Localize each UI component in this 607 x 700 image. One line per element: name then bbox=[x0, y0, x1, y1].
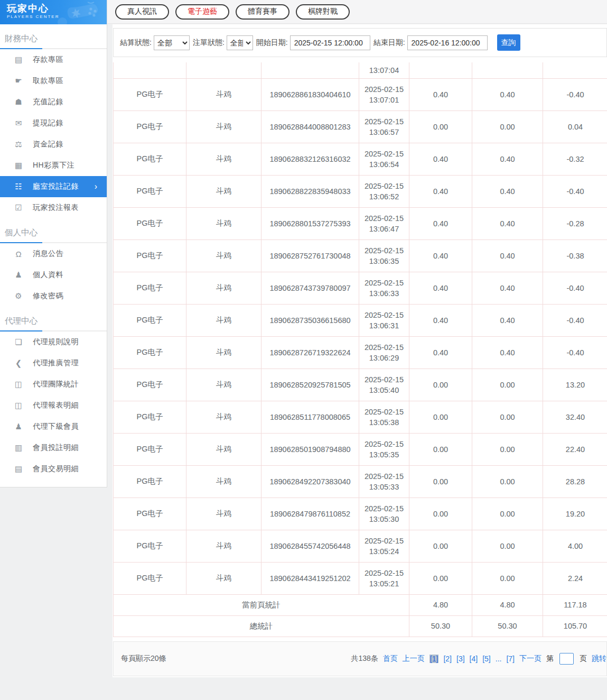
order-status-label: 注單狀態: bbox=[193, 38, 225, 48]
sidebar-item-label: 玩家投注報表 bbox=[33, 203, 79, 213]
cell-profit: -0.28 bbox=[543, 207, 607, 240]
page-link-3[interactable]: [3] bbox=[456, 655, 465, 663]
cell-bet-amount: 0.40 bbox=[409, 78, 472, 110]
page-link-5[interactable]: [5] bbox=[482, 655, 491, 663]
share-icon: ❮ bbox=[13, 358, 24, 368]
sidebar-item-withdrawal-record[interactable]: ✉提現記錄 bbox=[0, 113, 107, 134]
next-page-link[interactable]: 下一页 bbox=[519, 654, 541, 664]
prev-page-link[interactable]: 上一页 bbox=[403, 654, 425, 664]
sidebar-item-announcements[interactable]: Ω消息公告 bbox=[0, 243, 107, 264]
sidebar-item-member-transaction-detail[interactable]: ▤會員交易明細 bbox=[0, 458, 107, 480]
sidebar-item-label: 資金記錄 bbox=[33, 140, 63, 149]
cell-profit: 4.00 bbox=[543, 530, 607, 562]
cell-datetime: 2025-02-1513:06:47 bbox=[359, 207, 409, 240]
cell-date: 2025-02-15 bbox=[361, 471, 407, 482]
sidebar-item-recharge-record[interactable]: ☗充值記錄 bbox=[0, 91, 107, 113]
settle-status-select[interactable]: 全部 bbox=[154, 35, 190, 50]
cell-datetime: 2025-02-1513:06:35 bbox=[359, 240, 409, 272]
cell-game: 斗鸡 bbox=[186, 433, 262, 465]
cell-game: 斗鸡 bbox=[186, 143, 262, 175]
cell-platform: PG电子 bbox=[114, 143, 186, 175]
cell-time: 13:05:30 bbox=[361, 514, 407, 524]
cell-order-id: 1890628752761730048 bbox=[262, 240, 359, 272]
sidebar-item-deposit-area[interactable]: ▤存款專區 bbox=[0, 49, 107, 70]
sidebar-item-player-bet-report[interactable]: ☑玩家投注報表 bbox=[0, 197, 107, 218]
sidebar-item-agent-promotion[interactable]: ❮代理推廣管理 bbox=[0, 353, 107, 374]
jump-action-link[interactable]: 跳转 bbox=[592, 654, 606, 664]
sidebar-item-agent-rules[interactable]: ❏代理規則說明 bbox=[0, 331, 107, 353]
tab-live-video[interactable]: 真人視訊 bbox=[115, 4, 169, 20]
sidebar-item-agent-report-detail[interactable]: ◫代理報表明細 bbox=[0, 395, 107, 416]
bell-icon: Ω bbox=[13, 250, 24, 259]
cell-time: 13:05:40 bbox=[361, 385, 407, 395]
total-count-text: 共138条 bbox=[351, 654, 378, 664]
cell-date: 2025-02-15 bbox=[361, 278, 407, 288]
cell-platform: PG电子 bbox=[114, 336, 186, 369]
end-date-input[interactable] bbox=[407, 35, 488, 50]
sidebar-item-agent-team-stats[interactable]: ◫代理團隊統計 bbox=[0, 374, 107, 395]
start-date-input[interactable] bbox=[290, 35, 370, 50]
tab-electronic-games[interactable]: 電子遊藝 bbox=[175, 4, 229, 20]
sidebar-item-withdraw-area[interactable]: ☛取款專區 bbox=[0, 70, 107, 91]
jump-page-input[interactable] bbox=[559, 653, 574, 665]
settle-status-label: 結算狀態: bbox=[120, 38, 152, 48]
sidebar-item-agent-sub-members[interactable]: ♟代理下級會員 bbox=[0, 416, 107, 437]
cell-game: 斗鸡 bbox=[186, 401, 262, 433]
document-icon: ❏ bbox=[13, 337, 24, 347]
cell-time: 13:05:21 bbox=[361, 578, 407, 589]
sidebar-item-label: 代理推廣管理 bbox=[33, 358, 79, 368]
cell-platform: PG电子 bbox=[114, 207, 186, 240]
cell-platform: PG电子 bbox=[114, 78, 186, 110]
page-link-4[interactable]: [4] bbox=[470, 655, 478, 663]
cell-datetime: 2025-02-1513:07:01 bbox=[359, 78, 409, 110]
cell-game: 斗鸡 bbox=[186, 110, 262, 143]
bet-detail-list-icon: ▥ bbox=[13, 443, 24, 453]
cell-valid-bet: 0.00 bbox=[472, 530, 543, 562]
first-page-link[interactable]: 首页 bbox=[383, 654, 398, 664]
tab-sports-events[interactable]: 體育賽事 bbox=[236, 4, 290, 20]
sidebar-item-label: 存款專區 bbox=[33, 55, 63, 65]
cell-order-id: 1890628443419251202 bbox=[262, 562, 359, 594]
bet-records-table: 13:07:04PG电子斗鸡18906288618304046102025-02… bbox=[113, 62, 607, 637]
room-bet-list-icon: ☷ bbox=[13, 182, 24, 191]
cell-order-id: 1890628735036615680 bbox=[262, 304, 359, 336]
cell-profit: 13.20 bbox=[543, 369, 607, 401]
order-status-select[interactable]: 全部 bbox=[227, 35, 253, 50]
report-chart-icon: ☑ bbox=[13, 203, 24, 213]
cell-date: 2025-02-15 bbox=[361, 342, 407, 353]
cell-datetime: 2025-02-1513:06:31 bbox=[359, 304, 409, 336]
page-link-2[interactable]: [2] bbox=[443, 655, 452, 663]
sidebar-item-funds-record[interactable]: ⚖資金記錄 bbox=[0, 134, 107, 155]
gear-icon: ⚙ bbox=[13, 291, 24, 301]
cell-valid-bet: 0.40 bbox=[472, 336, 543, 369]
sidebar-item-member-bet-detail[interactable]: ▥會員投註明細 bbox=[0, 437, 107, 458]
start-date-label: 開始日期: bbox=[256, 38, 288, 48]
table-row: PG电子斗鸡18906285019087948802025-02-1513:05… bbox=[114, 433, 607, 465]
money-bag-icon: ☗ bbox=[13, 97, 24, 107]
tab-board-card-battle[interactable]: 棋牌對戰 bbox=[296, 4, 350, 20]
members-icon: ♟ bbox=[13, 422, 24, 431]
page-link-7[interactable]: [7] bbox=[506, 655, 515, 663]
wallet-icon: ✉ bbox=[13, 118, 24, 128]
cell-bet-amount: 0.00 bbox=[409, 465, 472, 498]
sidebar-item-label: 取款專區 bbox=[33, 76, 63, 86]
cell-game: 斗鸡 bbox=[186, 272, 262, 304]
news-stats-icon: ◫ bbox=[13, 380, 24, 389]
cell-order-id: 1890628492207383040 bbox=[262, 465, 359, 498]
cell-date: 2025-02-15 bbox=[361, 439, 407, 449]
sidebar-item-profile[interactable]: ♟個人資料 bbox=[0, 264, 107, 285]
page-link-1[interactable]: [1] bbox=[429, 655, 439, 663]
cell-platform: PG电子 bbox=[114, 433, 186, 465]
cell-bet-amount: 0.40 bbox=[409, 207, 472, 240]
cell-game: 斗鸡 bbox=[186, 175, 262, 207]
cell-game: 斗鸡 bbox=[186, 562, 262, 594]
query-button[interactable]: 查詢 bbox=[497, 34, 520, 51]
sidebar-item-label: 代理下級會員 bbox=[33, 422, 79, 431]
sidebar-item-label: 個人資料 bbox=[33, 270, 63, 280]
sidebar-item-room-bet-record[interactable]: ☷廳室投註記錄› bbox=[0, 176, 107, 197]
cell-profit: -0.40 bbox=[543, 272, 607, 304]
cell-platform: PG电子 bbox=[114, 175, 186, 207]
sidebar-item-change-password[interactable]: ⚙修改密碼 bbox=[0, 285, 107, 307]
sidebar-item-hh-lottery-bet[interactable]: ▦HH彩票下注 bbox=[0, 155, 107, 176]
end-date-label: 結束日期: bbox=[373, 38, 405, 48]
